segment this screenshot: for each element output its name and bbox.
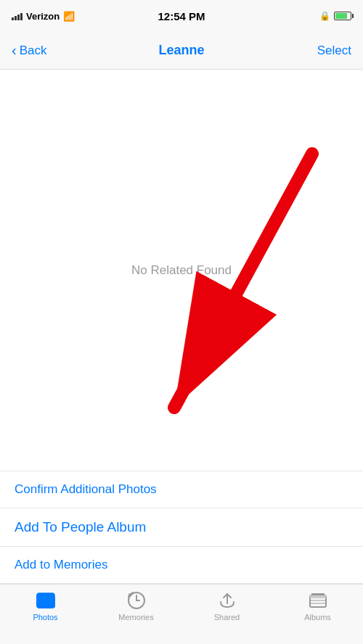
status-bar-left: Verizon 📶 [12, 11, 75, 22]
add-memories-label: Add to Memories [15, 558, 108, 571]
shared-icon [217, 590, 237, 611]
tab-shared[interactable]: Shared [198, 590, 256, 622]
add-people-album-item[interactable]: Add To People Album [0, 508, 363, 546]
wifi-icon: 📶 [63, 11, 75, 22]
back-label: Back [20, 44, 47, 58]
main-content: No Related Found Confirm Additional Phot… [0, 70, 363, 584]
add-memories-item[interactable]: Add to Memories [0, 546, 363, 584]
action-list: Confirm Additional Photos Add To People … [0, 471, 363, 584]
svg-rect-9 [310, 595, 326, 598]
albums-icon [308, 590, 328, 611]
lock-icon: 🔒 [319, 11, 330, 21]
tab-memories-label: Memories [118, 613, 153, 622]
tab-albums[interactable]: Albums [289, 590, 347, 622]
memories-icon [126, 590, 147, 611]
confirm-photos-item[interactable]: Confirm Additional Photos [0, 471, 363, 508]
photos-icon [36, 590, 56, 611]
battery-icon [334, 12, 351, 20]
tab-shared-label: Shared [214, 613, 240, 622]
confirm-photos-label: Confirm Additional Photos [15, 482, 157, 496]
tab-memories[interactable]: Memories [107, 590, 166, 622]
page-title: Leanne [158, 43, 204, 58]
tab-photos-label: Photos [33, 613, 57, 622]
svg-rect-8 [311, 593, 325, 595]
tab-photos[interactable]: Photos [17, 590, 75, 622]
tab-albums-label: Albums [304, 613, 331, 622]
signal-icon [12, 12, 23, 20]
select-button[interactable]: Select [317, 44, 351, 58]
tab-bar: Photos Memories Shared [0, 584, 363, 644]
carrier-label: Verizon [26, 11, 60, 22]
status-bar: Verizon 📶 12:54 PM 🔒 [0, 0, 363, 32]
nav-bar: ‹ Back Leanne Select [0, 32, 363, 70]
back-button[interactable]: ‹ Back [12, 42, 46, 59]
battery-fill [335, 13, 347, 19]
add-people-label: Add To People Album [15, 519, 146, 534]
status-bar-right: 🔒 [319, 11, 351, 21]
status-time: 12:54 PM [158, 10, 205, 22]
no-related-text: No Related Found [0, 70, 363, 471]
chevron-left-icon: ‹ [12, 42, 17, 59]
